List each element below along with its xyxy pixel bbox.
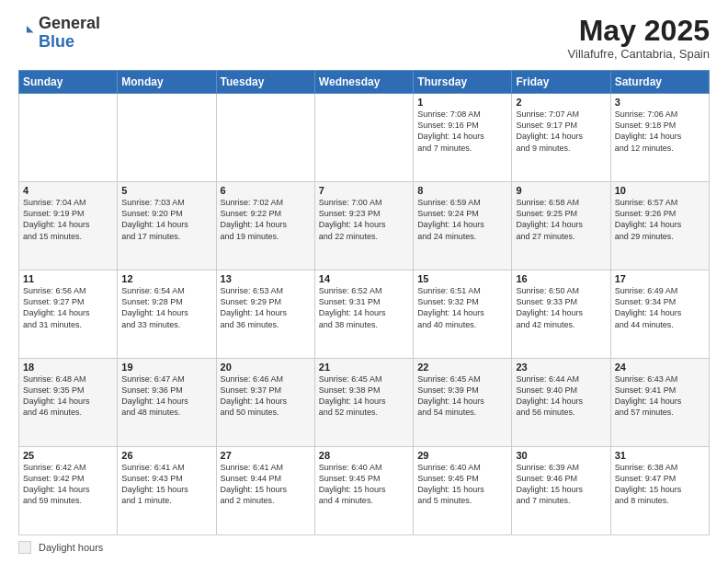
day-number: 8 <box>417 185 507 196</box>
calendar-cell: 31Sunrise: 6:38 AM Sunset: 9:47 PM Dayli… <box>610 447 709 535</box>
calendar-week-2: 4Sunrise: 7:04 AM Sunset: 9:19 PM Daylig… <box>19 182 710 270</box>
day-info: Sunrise: 6:50 AM Sunset: 9:33 PM Dayligh… <box>516 285 606 330</box>
day-info: Sunrise: 6:56 AM Sunset: 9:27 PM Dayligh… <box>23 285 113 330</box>
calendar-cell: 17Sunrise: 6:49 AM Sunset: 9:34 PM Dayli… <box>610 270 709 359</box>
day-number: 18 <box>23 362 113 373</box>
location-subtitle: Villafufre, Cantabria, Spain <box>568 47 710 61</box>
day-info: Sunrise: 6:41 AM Sunset: 9:43 PM Dayligh… <box>121 462 211 507</box>
day-number: 31 <box>615 450 705 461</box>
day-info: Sunrise: 6:53 AM Sunset: 9:29 PM Dayligh… <box>221 285 311 330</box>
calendar-cell: 19Sunrise: 6:47 AM Sunset: 9:36 PM Dayli… <box>118 359 216 447</box>
day-info: Sunrise: 6:51 AM Sunset: 9:32 PM Dayligh… <box>417 285 507 330</box>
header: General Blue May 2025 Villafufre, Cantab… <box>18 15 710 61</box>
logo-text: General Blue <box>39 15 100 52</box>
day-number: 16 <box>516 273 606 284</box>
calendar-week-5: 25Sunrise: 6:42 AM Sunset: 9:42 PM Dayli… <box>19 447 710 535</box>
day-number: 17 <box>615 273 705 284</box>
calendar-cell: 1Sunrise: 7:08 AM Sunset: 9:16 PM Daylig… <box>414 94 512 182</box>
day-info: Sunrise: 6:54 AM Sunset: 9:28 PM Dayligh… <box>121 285 211 330</box>
calendar-cell: 18Sunrise: 6:48 AM Sunset: 9:35 PM Dayli… <box>19 359 118 447</box>
day-number: 14 <box>319 273 409 284</box>
calendar-cell <box>118 94 216 182</box>
calendar-cell: 15Sunrise: 6:51 AM Sunset: 9:32 PM Dayli… <box>414 270 512 359</box>
day-info: Sunrise: 6:44 AM Sunset: 9:40 PM Dayligh… <box>516 373 606 419</box>
calendar-cell: 25Sunrise: 6:42 AM Sunset: 9:42 PM Dayli… <box>19 447 118 535</box>
day-info: Sunrise: 6:58 AM Sunset: 9:25 PM Dayligh… <box>516 197 606 242</box>
day-info: Sunrise: 7:03 AM Sunset: 9:20 PM Dayligh… <box>121 197 211 242</box>
day-info: Sunrise: 6:59 AM Sunset: 9:24 PM Dayligh… <box>417 197 507 242</box>
col-monday: Monday <box>118 71 216 94</box>
calendar-cell: 24Sunrise: 6:43 AM Sunset: 9:41 PM Dayli… <box>610 359 709 447</box>
calendar-cell: 20Sunrise: 6:46 AM Sunset: 9:37 PM Dayli… <box>216 359 314 447</box>
day-info: Sunrise: 6:45 AM Sunset: 9:38 PM Dayligh… <box>319 373 409 419</box>
day-number: 26 <box>121 450 211 461</box>
calendar-cell <box>216 94 314 182</box>
day-number: 22 <box>417 362 507 373</box>
day-number: 6 <box>221 185 311 196</box>
col-friday: Friday <box>512 71 610 94</box>
day-info: Sunrise: 6:42 AM Sunset: 9:42 PM Dayligh… <box>23 462 113 507</box>
col-thursday: Thursday <box>414 71 512 94</box>
day-info: Sunrise: 6:57 AM Sunset: 9:26 PM Dayligh… <box>615 197 705 242</box>
day-number: 29 <box>417 450 507 461</box>
day-info: Sunrise: 6:47 AM Sunset: 9:36 PM Dayligh… <box>121 373 211 419</box>
day-info: Sunrise: 7:02 AM Sunset: 9:22 PM Dayligh… <box>221 197 311 242</box>
day-info: Sunrise: 7:00 AM Sunset: 9:23 PM Dayligh… <box>319 197 409 242</box>
daylight-label: Daylight hours <box>39 542 103 553</box>
calendar-cell: 4Sunrise: 7:04 AM Sunset: 9:19 PM Daylig… <box>19 182 118 270</box>
day-number: 24 <box>615 362 705 373</box>
daylight-box <box>18 541 31 554</box>
calendar-cell: 12Sunrise: 6:54 AM Sunset: 9:28 PM Dayli… <box>118 270 216 359</box>
calendar-cell: 7Sunrise: 7:00 AM Sunset: 9:23 PM Daylig… <box>314 182 413 270</box>
calendar-cell: 22Sunrise: 6:45 AM Sunset: 9:39 PM Dayli… <box>414 359 512 447</box>
calendar-cell: 29Sunrise: 6:40 AM Sunset: 9:45 PM Dayli… <box>414 447 512 535</box>
calendar-cell: 26Sunrise: 6:41 AM Sunset: 9:43 PM Dayli… <box>118 447 216 535</box>
page: General Blue May 2025 Villafufre, Cantab… <box>0 0 728 563</box>
day-info: Sunrise: 6:39 AM Sunset: 9:46 PM Dayligh… <box>516 462 606 507</box>
calendar-cell: 2Sunrise: 7:07 AM Sunset: 9:17 PM Daylig… <box>512 94 610 182</box>
day-info: Sunrise: 6:40 AM Sunset: 9:45 PM Dayligh… <box>319 462 409 507</box>
day-number: 9 <box>516 185 606 196</box>
logo-icon <box>18 23 35 40</box>
calendar-cell: 3Sunrise: 7:06 AM Sunset: 9:18 PM Daylig… <box>610 94 709 182</box>
calendar-week-3: 11Sunrise: 6:56 AM Sunset: 9:27 PM Dayli… <box>19 270 710 359</box>
day-info: Sunrise: 6:48 AM Sunset: 9:35 PM Dayligh… <box>23 373 113 419</box>
title-area: May 2025 Villafufre, Cantabria, Spain <box>568 15 710 61</box>
calendar-cell: 23Sunrise: 6:44 AM Sunset: 9:40 PM Dayli… <box>512 359 610 447</box>
day-number: 13 <box>221 273 311 284</box>
day-number: 7 <box>319 185 409 196</box>
calendar-cell: 6Sunrise: 7:02 AM Sunset: 9:22 PM Daylig… <box>216 182 314 270</box>
weekday-row: Sunday Monday Tuesday Wednesday Thursday… <box>19 71 710 94</box>
day-number: 3 <box>615 97 705 108</box>
day-info: Sunrise: 6:46 AM Sunset: 9:37 PM Dayligh… <box>221 373 311 419</box>
day-number: 5 <box>121 185 211 196</box>
calendar-header: Sunday Monday Tuesday Wednesday Thursday… <box>19 71 710 94</box>
calendar-cell: 21Sunrise: 6:45 AM Sunset: 9:38 PM Dayli… <box>314 359 413 447</box>
day-number: 23 <box>516 362 606 373</box>
day-info: Sunrise: 6:43 AM Sunset: 9:41 PM Dayligh… <box>615 373 705 419</box>
day-number: 15 <box>417 273 507 284</box>
calendar-body: 1Sunrise: 7:08 AM Sunset: 9:16 PM Daylig… <box>19 94 710 535</box>
day-number: 20 <box>221 362 311 373</box>
day-number: 30 <box>516 450 606 461</box>
day-info: Sunrise: 7:07 AM Sunset: 9:17 PM Dayligh… <box>516 109 606 154</box>
day-info: Sunrise: 6:41 AM Sunset: 9:44 PM Dayligh… <box>221 462 311 507</box>
footer: Daylight hours <box>18 541 710 554</box>
calendar-cell: 8Sunrise: 6:59 AM Sunset: 9:24 PM Daylig… <box>414 182 512 270</box>
calendar-week-4: 18Sunrise: 6:48 AM Sunset: 9:35 PM Dayli… <box>19 359 710 447</box>
day-number: 19 <box>121 362 211 373</box>
calendar-week-1: 1Sunrise: 7:08 AM Sunset: 9:16 PM Daylig… <box>19 94 710 182</box>
col-wednesday: Wednesday <box>314 71 413 94</box>
calendar-cell: 14Sunrise: 6:52 AM Sunset: 9:31 PM Dayli… <box>314 270 413 359</box>
day-number: 2 <box>516 97 606 108</box>
day-number: 21 <box>319 362 409 373</box>
calendar-cell: 27Sunrise: 6:41 AM Sunset: 9:44 PM Dayli… <box>216 447 314 535</box>
day-info: Sunrise: 7:04 AM Sunset: 9:19 PM Dayligh… <box>23 197 113 242</box>
col-tuesday: Tuesday <box>216 71 314 94</box>
calendar-cell: 30Sunrise: 6:39 AM Sunset: 9:46 PM Dayli… <box>512 447 610 535</box>
logo-general: General <box>39 14 100 32</box>
day-info: Sunrise: 6:45 AM Sunset: 9:39 PM Dayligh… <box>417 373 507 419</box>
day-number: 11 <box>23 273 113 284</box>
logo-blue: Blue <box>39 32 74 51</box>
col-sunday: Sunday <box>19 71 118 94</box>
